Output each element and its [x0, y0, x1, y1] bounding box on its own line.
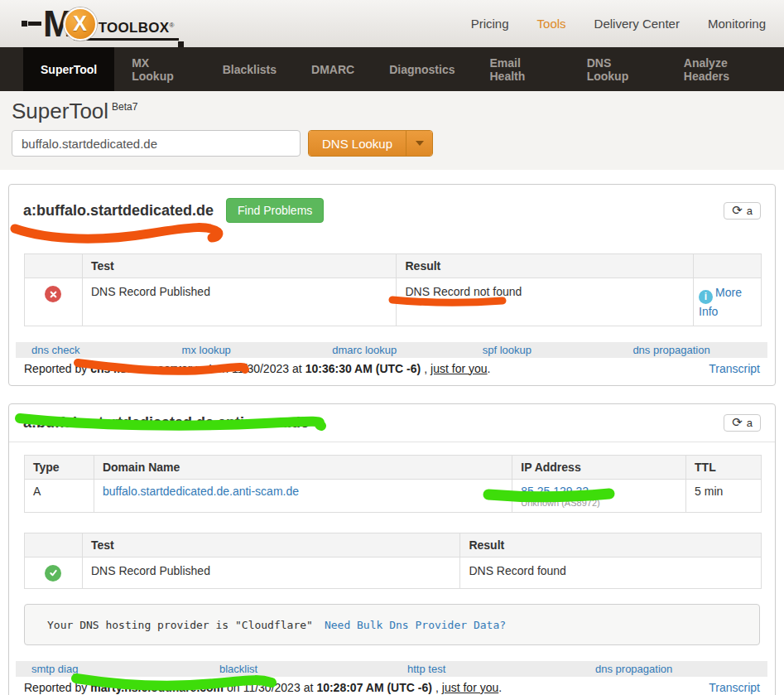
ip-column-header: IP Address	[512, 455, 686, 479]
more-info-link[interactable]: iMore Info	[699, 285, 756, 319]
page-title: SuperToolBeta7	[12, 99, 784, 124]
success-status-icon	[45, 565, 61, 582]
test-cell: DNS Record Published	[82, 278, 397, 326]
result-card-1: a:buffalo.startdedicated.de Find Problem…	[8, 184, 776, 386]
just-for-you-link[interactable]: just for you	[442, 681, 498, 694]
error-status-icon	[45, 286, 61, 302]
logo-left-dash	[28, 22, 41, 26]
report-time: 10:36:30 AM (UTC -6)	[305, 362, 421, 375]
report-date: 11/30/2023	[243, 681, 301, 694]
tab-diagnostics[interactable]: Diagnostics	[372, 47, 472, 91]
refresh-icon: ⟳	[732, 205, 743, 217]
lookup-dropdown-button[interactable]	[406, 131, 432, 156]
tab-dmarc[interactable]: DMARC	[294, 47, 372, 91]
chevron-down-icon	[416, 141, 424, 150]
menu-delivery-center[interactable]: Delivery Center	[594, 17, 680, 31]
link-dns-propagation[interactable]: dns propagation	[580, 663, 767, 675]
result-column-header: Result	[397, 254, 694, 278]
card2-reported-line: Reported by marty.ns.cloudflare.com on 1…	[23, 679, 761, 695]
card2-test-table: Test Result DNS Record Published DNS Rec…	[24, 533, 762, 589]
report-date: 11/30/2023	[232, 362, 289, 375]
tab-supertool[interactable]: SuperTool	[23, 47, 114, 91]
mxtoolbox-logo[interactable]: M X TOOLBOX®	[22, 4, 174, 44]
just-for-you-link[interactable]: just for you	[430, 362, 487, 375]
link-smtp-diag[interactable]: smtp diag	[16, 663, 204, 675]
domain-link[interactable]: buffalo.startdedicated.de.anti-scam.de	[103, 485, 299, 498]
table-row: A buffalo.startdedicated.de.anti-scam.de…	[25, 479, 762, 512]
card1-test-table: Test Result DNS Record Published DNS Rec…	[24, 253, 762, 326]
link-http-test[interactable]: http test	[392, 663, 580, 675]
reporting-server: marty.ns.cloudflare.com	[90, 681, 224, 694]
logo-right-dot	[178, 41, 184, 47]
card1-quick-links: dns check mx lookup dmarc lookup spf loo…	[16, 342, 767, 358]
dns-provider-note: Your DNS hosting provider is "Cloudflare…	[24, 604, 760, 645]
asn-label: Unknown (AS8972)	[521, 498, 677, 509]
result-card-2: a:buffalo.startdedicated.de.anti-scam.de…	[8, 403, 776, 695]
status-column-header	[25, 533, 83, 557]
ip-address-link[interactable]: 85.25.129.32	[521, 485, 589, 498]
tab-blacklists[interactable]: Blacklists	[205, 47, 294, 91]
refresh-icon: ⟳	[732, 417, 743, 429]
info-column-header	[694, 254, 762, 278]
domain-input[interactable]	[12, 130, 301, 157]
reporting-server: cns4.secureserver.net	[90, 362, 212, 375]
main-nav: SuperTool MX Lookup Blacklists DMARC Dia…	[0, 47, 784, 91]
ttl-cell: 5 min	[686, 479, 762, 512]
tab-dns-lookup[interactable]: DNS Lookup	[570, 47, 666, 91]
card2-divider	[9, 442, 775, 442]
logo-left-dot	[22, 21, 27, 27]
link-dns-propagation[interactable]: dns propagation	[617, 344, 767, 356]
report-time: 10:28:07 AM (UTC -6)	[316, 681, 432, 694]
card1-reported-line: Reported by cns4.secureserver.net on 11/…	[23, 360, 761, 379]
logo-registered-mark: ®	[170, 22, 175, 29]
beta-badge: Beta7	[112, 101, 137, 113]
table-row: DNS Record Published DNS Record not foun…	[25, 278, 762, 326]
logo-underline	[74, 38, 180, 41]
link-spf-lookup[interactable]: spf lookup	[467, 344, 618, 356]
result-cell: DNS Record found	[460, 557, 762, 588]
ttl-column-header: TTL	[686, 455, 762, 479]
record-type-cell: A	[25, 479, 94, 512]
test-cell: DNS Record Published	[82, 557, 459, 588]
card1-refresh-button[interactable]: ⟳ a	[724, 202, 761, 220]
card2-title: a:buffalo.startdedicated.de.anti-scam.de	[23, 414, 309, 432]
info-icon: i	[699, 290, 713, 304]
logo-toolbox-text: TOOLBOX	[99, 20, 170, 36]
card1-title: a:buffalo.startdedicated.de	[23, 202, 214, 220]
tab-analyze-headers[interactable]: Analyze Headers	[666, 47, 784, 91]
link-dns-check[interactable]: dns check	[16, 344, 166, 356]
tab-mx-lookup[interactable]: MX Lookup	[114, 47, 204, 91]
link-blacklist[interactable]: blacklist	[204, 663, 392, 675]
table-row: DNS Record Published DNS Record found	[25, 557, 762, 588]
lookup-button-group: DNS Lookup	[308, 130, 433, 157]
bulk-dns-provider-link[interactable]: Need Bulk Dns Provider Data?	[325, 619, 506, 631]
menu-tools[interactable]: Tools	[537, 17, 566, 31]
test-column-header: Test	[82, 254, 397, 278]
status-column-header	[25, 254, 83, 278]
tab-email-health[interactable]: Email Health	[473, 47, 570, 91]
dns-record-table: Type Domain Name IP Address TTL A buffal…	[24, 455, 762, 513]
dns-lookup-button[interactable]: DNS Lookup	[309, 131, 406, 156]
card2-refresh-button[interactable]: ⟳ a	[724, 414, 761, 432]
result-column-header: Result	[460, 533, 762, 557]
link-dmarc-lookup[interactable]: dmarc lookup	[316, 344, 467, 356]
type-column-header: Type	[25, 455, 94, 479]
domain-column-header: Domain Name	[94, 455, 512, 479]
menu-pricing[interactable]: Pricing	[471, 17, 509, 31]
card2-transcript-link[interactable]: Transcript	[709, 681, 760, 694]
find-problems-button[interactable]: Find Problems	[226, 198, 324, 223]
logo-x-circle-icon: X	[64, 7, 97, 41]
card2-quick-links: smtp diag blacklist http test dns propag…	[16, 661, 767, 677]
top-header: M X TOOLBOX® Pricing Tools Delivery Cent…	[0, 0, 784, 47]
card1-transcript-link[interactable]: Transcript	[709, 362, 760, 375]
top-menu: Pricing Tools Delivery Center Monitoring	[471, 17, 771, 31]
menu-monitoring[interactable]: Monitoring	[708, 17, 766, 31]
result-cell: DNS Record not found	[397, 278, 694, 326]
test-column-header: Test	[82, 533, 459, 557]
link-mx-lookup[interactable]: mx lookup	[166, 344, 317, 356]
tool-section: SuperToolBeta7 DNS Lookup	[0, 91, 784, 170]
